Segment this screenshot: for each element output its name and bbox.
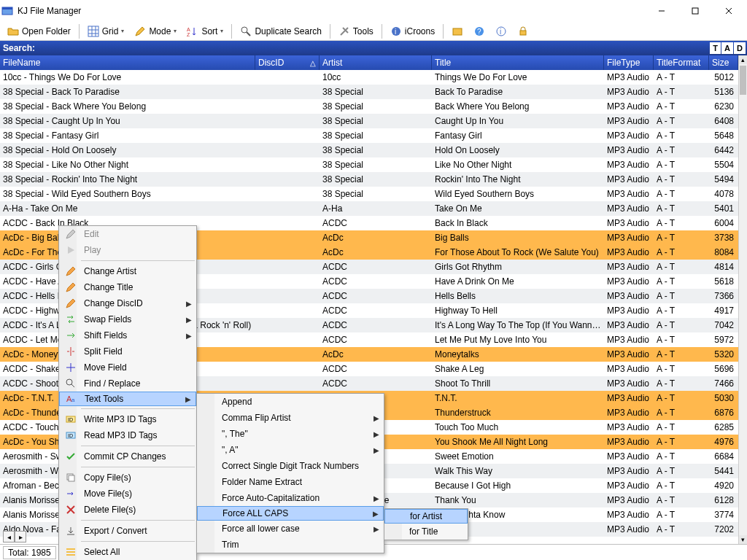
table-row[interactable]: 38 Special - Rockin' Into The Night38 Sp… — [0, 172, 747, 187]
context-menu-force-caps: for Artistfor Title — [384, 508, 468, 540]
cell-filetype: MP3 Audio — [604, 87, 654, 97]
menu-item[interactable]: IDRead MP3 ID Tags — [59, 427, 196, 443]
scroll-left-button[interactable]: ◂ — [3, 531, 15, 542]
menu-item[interactable]: Change Title — [59, 279, 196, 295]
lock-icon — [517, 26, 529, 37]
maximize-button[interactable] — [678, 0, 712, 22]
extra-icon-1[interactable] — [447, 23, 468, 39]
close-button[interactable] — [712, 0, 746, 22]
menu-item[interactable]: Force ALL CAPS▶ — [197, 506, 384, 521]
col-artist[interactable]: Artist — [320, 55, 432, 70]
cell-filename: 38 Special - Back To Paradise — [0, 87, 255, 97]
menu-item[interactable]: IDWrite MP3 ID Tags — [59, 411, 196, 427]
col-filetype[interactable]: FileType — [604, 55, 654, 70]
mode-button[interactable]: Mode ▾ — [130, 23, 181, 39]
cell-titleformat: A - T — [654, 364, 709, 374]
menu-item[interactable]: Change Artist — [59, 263, 196, 279]
cell-size: 6442 — [709, 145, 738, 155]
icroons-button[interactable]: i iCroons — [386, 23, 439, 39]
menu-item[interactable]: ", A"▶ — [197, 442, 384, 458]
menu-item[interactable]: Comma Flip Artist▶ — [197, 410, 384, 426]
menu-item[interactable]: Move Field — [59, 359, 196, 376]
svg-rect-6 — [88, 26, 98, 36]
menu-item[interactable]: Split Field — [59, 343, 196, 359]
text-icon: Aa — [64, 393, 79, 405]
menu-item[interactable]: Delete File(s) — [59, 502, 196, 518]
minimize-button[interactable] — [645, 0, 678, 22]
table-row[interactable]: 10cc - Things We Do For Love10ccThings W… — [0, 70, 747, 85]
table-row[interactable]: 38 Special - Fantasy Girl38 SpecialFanta… — [0, 128, 747, 143]
scroll-up-icon[interactable]: ▴ — [739, 55, 747, 64]
cell-artist: 38 Special — [320, 160, 432, 170]
submenu-arrow-icon: ▶ — [186, 300, 192, 308]
open-folder-button[interactable]: Open Folder — [3, 23, 75, 39]
cell-size: 5401 — [709, 203, 738, 214]
cell-artist: 38 Special — [320, 116, 432, 126]
col-size[interactable]: Size — [709, 55, 738, 70]
toolbar-separator — [443, 24, 444, 39]
menu-item[interactable]: Correct Single Digit Track Numbers — [197, 458, 384, 474]
scrollbar-thumb[interactable] — [740, 66, 746, 95]
table-row[interactable]: 38 Special - Back To Paradise38 SpecialB… — [0, 85, 747, 99]
cell-filetype: MP3 Audio — [604, 466, 654, 476]
cell-size: 5648 — [709, 131, 738, 141]
cell-artist: 38 Special — [320, 87, 432, 97]
table-row[interactable]: A-Ha - Take On MeA-HaTake On MeMP3 Audio… — [0, 201, 747, 216]
menu-item[interactable]: Change DiscID▶ — [59, 295, 196, 311]
menu-item[interactable]: Swap Fields▶ — [59, 311, 196, 327]
menu-item[interactable]: Commit CP Changes — [59, 448, 196, 464]
search-chip-d[interactable]: D — [734, 42, 746, 54]
menu-item[interactable]: for Artist — [384, 509, 468, 524]
menu-item[interactable]: Move File(s) — [59, 486, 196, 502]
cell-size: 5618 — [709, 276, 738, 287]
menu-item[interactable]: Folder Name Extract — [197, 474, 384, 490]
menu-item[interactable]: Find / Replace — [59, 376, 196, 392]
table-row[interactable]: 38 Special - Hold On Loosely38 SpecialHo… — [0, 143, 747, 158]
scroll-down-icon[interactable]: ▾ — [739, 535, 747, 544]
menu-item[interactable]: Force all lower case▶ — [197, 521, 384, 537]
submenu-arrow-icon: ▶ — [186, 316, 192, 324]
extra-icon-4[interactable] — [513, 23, 533, 39]
menu-item[interactable]: Export / Convert — [59, 523, 196, 539]
cell-filetype: MP3 Audio — [604, 408, 654, 418]
table-row[interactable]: 38 Special - Caught Up In You38 SpecialC… — [0, 114, 747, 128]
col-title[interactable]: Title — [432, 55, 604, 70]
menu-item[interactable]: Copy File(s) — [59, 470, 196, 486]
cell-title: Sweet Emotion — [432, 451, 604, 462]
table-row[interactable]: 38 Special - Back Where You Belong38 Spe… — [0, 99, 747, 114]
menu-item[interactable]: Force Auto-Capitalization▶ — [197, 490, 384, 506]
col-filename[interactable]: FileName — [0, 55, 255, 70]
sort-button[interactable]: AZ Sort ▾ — [182, 23, 228, 39]
tools-button[interactable]: Tools — [334, 23, 378, 39]
menu-item-label: Correct Single Digit Track Numbers — [222, 461, 359, 471]
menu-item[interactable]: Trim — [197, 537, 384, 553]
table-row[interactable]: 38 Special - Wild Eyed Southern Boys38 S… — [0, 187, 747, 201]
col-discid[interactable]: DiscID△ — [255, 55, 320, 70]
menu-item-label: Trim — [222, 540, 239, 550]
cell-size: 5494 — [709, 174, 738, 184]
scroll-right-button[interactable]: ▸ — [15, 531, 26, 542]
menu-item[interactable]: Append — [197, 394, 384, 410]
cell-filetype: MP3 Audio — [604, 233, 654, 243]
search-bar[interactable]: Search: T A D — [0, 41, 747, 55]
cell-artist: ACDC — [320, 320, 432, 330]
cell-title: Things We Do For Love — [432, 72, 604, 82]
menu-item[interactable]: Shift Fields▶ — [59, 327, 196, 343]
search-chips: T A D — [710, 42, 747, 54]
extra-icon-3[interactable]: i — [491, 23, 511, 39]
grid-button[interactable]: Grid ▾ — [83, 23, 129, 39]
table-row[interactable]: 38 Special - Like No Other Night38 Speci… — [0, 158, 747, 172]
duplicate-search-button[interactable]: Duplicate Search — [236, 23, 325, 39]
menu-item-label: ", The" — [222, 429, 248, 439]
search-chip-a[interactable]: A — [721, 42, 733, 54]
col-titleformat[interactable]: TitleFormat — [654, 55, 709, 70]
menu-item[interactable]: Select All — [59, 544, 196, 560]
search-chip-t[interactable]: T — [710, 42, 721, 54]
menu-item[interactable]: AaText Tools▶ — [59, 392, 196, 406]
menu-item[interactable]: for Title — [384, 524, 468, 540]
vertical-scrollbar[interactable]: ▴ ▾ — [738, 55, 747, 544]
cell-size: 6004 — [709, 218, 738, 228]
menu-item[interactable]: ", The"▶ — [197, 426, 384, 442]
cell-titleformat: A - T — [654, 510, 709, 520]
extra-icon-2[interactable]: ? — [469, 23, 489, 39]
